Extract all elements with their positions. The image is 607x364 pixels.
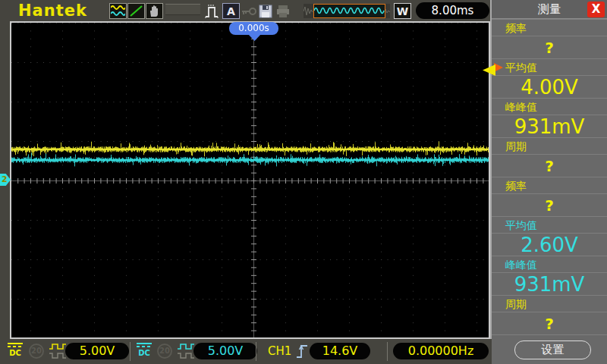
window-mode-icon: W <box>397 5 408 17</box>
trigger-source-label[interactable]: CH1 <box>268 344 291 358</box>
ch1-scale-readout[interactable]: 5.00V <box>65 343 129 359</box>
settings-row: 设置 <box>492 334 607 363</box>
save-icon <box>258 4 273 19</box>
dc-solid-line <box>137 343 152 344</box>
measurement-value: ? <box>492 312 607 334</box>
ch1-coupling-label: DC <box>9 349 21 357</box>
ch1-waveform-icon[interactable] <box>49 343 67 359</box>
measurement-label[interactable]: 周期 <box>492 137 607 154</box>
measurement-value: 2.60V <box>492 233 607 256</box>
freq-counter-readout[interactable]: 0.00000Hz <box>393 343 489 359</box>
cursor-line-button[interactable] <box>127 3 145 19</box>
print-button[interactable] <box>274 3 291 19</box>
hand-pan-button[interactable] <box>146 3 163 19</box>
measure-panel-header: 测量 X <box>492 0 607 19</box>
measurement-label[interactable]: 峰峰值 <box>492 98 607 115</box>
scope-display <box>10 21 490 339</box>
oscilloscope-app: Hantek A <box>0 0 607 364</box>
ch2-waveform-icon[interactable] <box>177 343 195 359</box>
measurement-label[interactable]: 峰峰值 <box>492 256 607 272</box>
waveform-preview[interactable] <box>304 4 390 18</box>
ch2-coupling-icon[interactable]: DC <box>135 343 153 359</box>
ch1-coupling-icon[interactable]: DC <box>6 343 24 359</box>
preview-selected-wave <box>314 5 385 17</box>
dc-dashed-line <box>137 346 152 347</box>
statusbar-divider <box>387 342 388 361</box>
ch2-position-marker[interactable]: 2 <box>0 174 11 186</box>
measurement-list: 频率?平均值4.00V峰峰值931mV周期?频率?平均值2.60V峰峰值931m… <box>492 19 607 334</box>
window-mode-button[interactable]: W <box>394 3 411 19</box>
dc-dashed-line <box>8 346 23 347</box>
top-toolbar: Hantek A <box>0 0 492 21</box>
measurement-value: ? <box>492 154 607 177</box>
ch2-status-group: DC 20 5.00V <box>133 339 256 364</box>
measurement-label[interactable]: 平均值 <box>492 216 607 233</box>
statusbar-divider <box>256 342 256 361</box>
toolbar-groove <box>165 4 200 15</box>
ch2-scale-readout[interactable]: 5.00V <box>193 343 257 359</box>
preview-selection-window[interactable] <box>313 4 385 18</box>
rising-edge-icon[interactable] <box>295 342 309 360</box>
statusbar-divider <box>130 342 131 361</box>
measurement-value: ? <box>492 36 607 58</box>
measurement-label[interactable]: 频率 <box>492 19 607 36</box>
hand-icon <box>148 5 161 17</box>
ch1-status-group: DC 20 5.00V <box>0 339 130 364</box>
single-pulse-button[interactable] <box>203 3 221 19</box>
measurement-label[interactable]: 平均值 <box>492 58 607 75</box>
ch1-bandwidth-icon[interactable]: 20 <box>29 344 44 359</box>
auto-set-icon: A <box>227 5 235 17</box>
lock-button[interactable] <box>240 3 257 19</box>
channel-waves-button[interactable] <box>109 3 127 19</box>
save-button[interactable] <box>256 3 274 19</box>
trigger-level-readout[interactable]: 14.6V <box>310 343 370 359</box>
channel-waves-icon <box>111 5 125 17</box>
lock-key-icon <box>241 6 256 17</box>
trigger-status-group: CH1 14.6V <box>258 339 385 364</box>
measurement-label[interactable]: 周期 <box>492 295 607 312</box>
measure-panel: 测量 X 频率?平均值4.00V峰峰值931mV周期?频率?平均值2.60V峰峰… <box>490 0 607 364</box>
ch2-bandwidth-icon[interactable]: 20 <box>157 344 172 359</box>
settings-button[interactable]: 设置 <box>514 340 591 359</box>
brand-logo: Hantek <box>18 2 87 20</box>
bottom-status-bar: DC 20 5.00V DC 20 <box>0 339 492 364</box>
print-icon <box>275 4 291 19</box>
timebase-readout[interactable]: 8.00ms <box>416 2 489 19</box>
trigger-time-tag[interactable]: 0.000s <box>229 22 278 35</box>
measurement-value: 4.00V <box>492 75 607 98</box>
auto-set-button[interactable]: A <box>222 3 240 19</box>
waveform-canvas <box>11 23 489 337</box>
close-icon[interactable]: X <box>587 2 605 17</box>
measurement-value: ? <box>492 193 607 216</box>
cursor-line-icon <box>129 5 143 17</box>
ch2-coupling-label: DC <box>138 349 150 357</box>
measurement-value: 931mV <box>492 272 607 295</box>
measurement-label[interactable]: 频率 <box>492 177 607 193</box>
single-pulse-icon <box>204 4 221 19</box>
measurement-value: 931mV <box>492 115 607 137</box>
dc-solid-line <box>8 343 23 344</box>
